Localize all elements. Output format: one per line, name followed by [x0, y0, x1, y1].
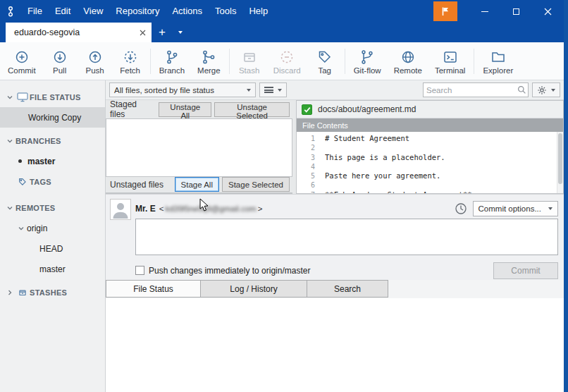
tab-list-dropdown-button[interactable] [173, 23, 188, 42]
commit-icon [13, 49, 30, 66]
chevron-down-icon [16, 226, 27, 231]
sourcetree-logo-icon [0, 5, 21, 18]
gitflow-icon [359, 49, 376, 66]
toolbar-terminal-button[interactable]: Terminal [428, 44, 471, 79]
menu-file[interactable]: File [21, 0, 49, 23]
toolbar-stash-button: Stash [232, 44, 267, 79]
new-tab-button[interactable]: + [152, 23, 173, 42]
sidebar-section-tags[interactable]: TAGS [0, 171, 105, 192]
terminal-icon [442, 49, 459, 66]
branch-master-label: master [27, 157, 55, 166]
author-email: < kd39l5rw0q9@gmail.com > [159, 204, 263, 213]
menu-view[interactable]: View [77, 0, 109, 23]
sidebar-section-branches[interactable]: BRANCHES [0, 130, 105, 151]
toolbar-push-button[interactable]: Push [78, 44, 113, 79]
toolbar-fetch-button[interactable]: Fetch [113, 44, 148, 79]
stage-all-button[interactable]: Stage All [175, 177, 219, 192]
tab-file-status[interactable]: File Status [106, 280, 201, 298]
toolbar-branch-button[interactable]: Branch [153, 44, 191, 79]
line-text [325, 180, 563, 190]
file-contents-bar: File Contents [297, 118, 563, 132]
bottom-filler [106, 298, 564, 392]
repo-tab[interactable]: eduardo-segovia [6, 23, 152, 42]
toolbar-explorer-button[interactable]: Explorer [476, 44, 519, 79]
merge-icon [200, 49, 217, 66]
branch-icon [163, 49, 180, 66]
sidebar-item-origin-master[interactable]: master [0, 259, 105, 279]
search-input[interactable] [424, 86, 515, 94]
toolbar-commit-button[interactable]: Commit [1, 44, 42, 79]
menu-repository[interactable]: Repository [109, 0, 166, 23]
unstaged-files-header: Unstaged files Stage All Stage Selected [106, 177, 292, 192]
unstaged-files-list[interactable]: .gitignore .gitlab-ci.yml mkdocs.yml [106, 192, 292, 194]
commit-message-input[interactable] [135, 219, 558, 255]
notification-flag-button[interactable] [433, 1, 457, 21]
view-options-button[interactable] [259, 82, 287, 97]
scrollbar-thumb[interactable] [558, 133, 562, 184]
line-number: 1 [297, 134, 325, 143]
file-checkbox[interactable] [302, 104, 312, 115]
toolbar-discard-button: Discard [267, 44, 307, 79]
stash-icon [241, 49, 258, 66]
sidebar-section-remotes[interactable]: REMOTES [0, 197, 105, 218]
sidebar-item-branch-master[interactable]: master [0, 151, 105, 171]
commit-options-dropdown[interactable]: Commit options... [473, 201, 558, 216]
menu-tools[interactable]: Tools [209, 0, 242, 23]
toolbar-merge-button[interactable]: Merge [191, 44, 227, 79]
email-bracket-close: > [258, 204, 263, 213]
sidebar-item-working-copy[interactable]: Working Copy [0, 107, 105, 128]
line-text: # Student Agreement [325, 134, 563, 143]
file-contents-scrollbar[interactable] [557, 132, 563, 193]
push-icon [87, 49, 104, 66]
file-filter-dropdown[interactable]: All files, sorted by file status [109, 82, 256, 97]
line-text: This page is a placeholder. [325, 153, 563, 162]
minimize-button[interactable] [469, 0, 500, 23]
selected-file-path: docs/about/agreement.md [318, 104, 416, 114]
repo-tab-label: eduardo-segovia [14, 27, 80, 37]
line-number: 2 [297, 143, 325, 152]
menubar: File Edit View Repository Actions Tools … [21, 0, 274, 23]
unstage-selected-button[interactable]: Unstage Selected [214, 102, 290, 117]
stash-icon [16, 288, 30, 298]
line-number: 4 [297, 162, 325, 171]
commit-button[interactable]: Commit [493, 262, 558, 279]
tab-bar: eduardo-segovia + [0, 23, 564, 42]
code-line: 3This page is a placeholder. [297, 153, 563, 162]
settings-gear-button[interactable] [532, 82, 560, 97]
origin-master-label: master [39, 264, 66, 274]
tab-log-history[interactable]: Log / History [200, 280, 307, 298]
commit-footer: Push changes immediately to origin/maste… [135, 258, 558, 279]
chevron-down-icon [247, 89, 251, 92]
toolbar-gitflow-button[interactable]: Git-flow [347, 44, 388, 79]
commit-history-clock-button[interactable] [452, 200, 469, 217]
minimize-icon [481, 11, 488, 12]
tab-close-icon[interactable] [140, 30, 146, 36]
menu-edit[interactable]: Edit [49, 0, 77, 23]
search-box [423, 82, 529, 97]
close-button[interactable] [532, 0, 564, 23]
author-name: Mr. E [135, 204, 156, 214]
tab-search[interactable]: Search [307, 280, 388, 298]
toolbar-separator [345, 49, 345, 74]
toolbar-tag-button[interactable]: Tag [307, 44, 342, 79]
toolbar-pull-button[interactable]: Pull [42, 44, 78, 79]
unstaged-files-title: Unstaged files [110, 180, 163, 190]
sidebar-item-origin-head[interactable]: HEAD [0, 238, 105, 259]
push-immediately-checkbox[interactable] [135, 266, 144, 275]
unstage-all-button[interactable]: Unstage All [159, 102, 211, 117]
sidebar-section-stashes[interactable]: STASHES [0, 282, 105, 302]
file-contents-label: File Contents [302, 121, 348, 130]
staged-files-list[interactable] [106, 118, 292, 177]
stage-selected-button[interactable]: Stage Selected [222, 177, 290, 192]
maximize-button[interactable] [500, 0, 532, 23]
toolbar-remote-button[interactable]: Remote [388, 44, 428, 79]
code-line: 5Paste here your agreement. [297, 171, 563, 180]
sidebar-item-origin[interactable]: origin [0, 218, 105, 238]
menu-actions[interactable]: Actions [166, 0, 209, 23]
sidebar-section-file-status[interactable]: FILE STATUS [0, 87, 105, 107]
menu-help[interactable]: Help [242, 0, 274, 23]
file-row[interactable]: .gitignore [106, 193, 292, 194]
file-contents-view[interactable]: 1# Student Agreement 2 3This page is a p… [297, 132, 563, 193]
chevron-down-icon [4, 94, 16, 100]
monitor-icon [16, 92, 30, 102]
